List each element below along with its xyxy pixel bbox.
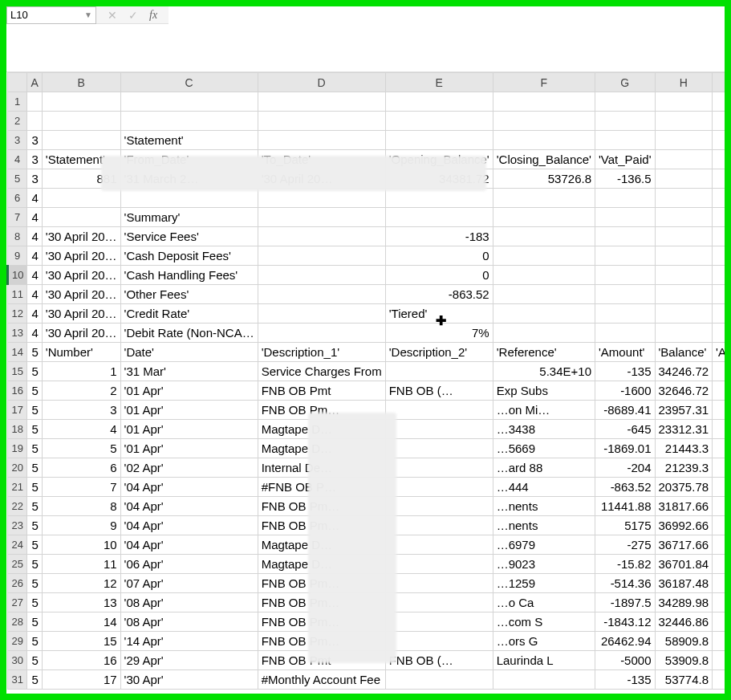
cell[interactable]: [493, 208, 595, 227]
cell[interactable]: -15.82: [595, 555, 656, 574]
cell[interactable]: [385, 670, 493, 690]
column-header[interactable]: H: [655, 73, 713, 92]
cell[interactable]: [713, 593, 725, 612]
cell[interactable]: 'Closing_Balance': [493, 150, 595, 169]
cell[interactable]: 1: [42, 362, 120, 381]
cell[interactable]: -514.36: [595, 574, 656, 593]
cell[interactable]: [595, 208, 656, 227]
cell[interactable]: 17: [42, 670, 120, 690]
cell[interactable]: …on Mi…: [493, 401, 595, 420]
cell[interactable]: '08 Apr': [120, 593, 258, 612]
cell[interactable]: [713, 112, 725, 131]
row-header[interactable]: 30: [8, 651, 27, 670]
cell[interactable]: 32646.72: [655, 381, 713, 401]
cell[interactable]: 'Number': [42, 343, 120, 362]
row-header[interactable]: 28: [8, 612, 27, 632]
cell[interactable]: [713, 285, 725, 304]
row-header[interactable]: 21: [8, 478, 27, 497]
cell[interactable]: FNB OB (…: [385, 651, 493, 670]
cell[interactable]: [385, 401, 493, 420]
cell[interactable]: [595, 131, 656, 150]
cell[interactable]: #Monthly Account Fee: [258, 670, 385, 690]
row-header[interactable]: 17: [8, 401, 27, 420]
cell[interactable]: [655, 131, 713, 150]
cell[interactable]: 23312.31: [655, 420, 713, 439]
cell[interactable]: 4: [27, 189, 42, 208]
cell[interactable]: 4: [27, 304, 42, 324]
cell[interactable]: Laurinda L: [493, 651, 595, 670]
cell[interactable]: 5: [27, 516, 42, 535]
cell[interactable]: [385, 632, 493, 651]
cell[interactable]: …5669: [493, 439, 595, 458]
cell[interactable]: …9023: [493, 555, 595, 574]
cell[interactable]: 15: [42, 632, 120, 651]
cell[interactable]: -135: [595, 670, 656, 690]
cell[interactable]: 'Amount': [595, 343, 656, 362]
cell[interactable]: '01 Apr': [120, 439, 258, 458]
row-header[interactable]: 12: [8, 304, 27, 324]
cell[interactable]: [655, 304, 713, 324]
cell[interactable]: -275: [595, 535, 656, 555]
cell[interactable]: -1600: [595, 381, 656, 401]
cell[interactable]: [655, 285, 713, 304]
row-header[interactable]: 27: [8, 593, 27, 612]
cell[interactable]: [655, 150, 713, 169]
cell[interactable]: [385, 574, 493, 593]
cell[interactable]: 13: [42, 593, 120, 612]
row-header[interactable]: 19: [8, 439, 27, 458]
cell[interactable]: 5: [27, 401, 42, 420]
cell[interactable]: …o Ca: [493, 593, 595, 612]
row-header[interactable]: 31: [8, 670, 27, 690]
cell[interactable]: 14: [42, 612, 120, 632]
cell[interactable]: [655, 266, 713, 285]
cell[interactable]: 4: [27, 285, 42, 304]
cell[interactable]: [258, 266, 385, 285]
cell[interactable]: 5: [27, 420, 42, 439]
cell[interactable]: 'Other Fees': [120, 285, 258, 304]
cell[interactable]: 3: [42, 401, 120, 420]
cell[interactable]: [385, 593, 493, 612]
row-header[interactable]: 4: [8, 150, 27, 169]
cell[interactable]: [713, 169, 725, 189]
row-header[interactable]: 13: [8, 324, 27, 343]
cell[interactable]: 0: [385, 266, 493, 285]
cell[interactable]: 11: [42, 555, 120, 574]
cell[interactable]: 5: [27, 439, 42, 458]
row-header[interactable]: 25: [8, 555, 27, 574]
cell[interactable]: 12: [42, 574, 120, 593]
cell[interactable]: Exp Subs: [493, 381, 595, 401]
column-header[interactable]: I: [713, 73, 725, 92]
row-header[interactable]: 20: [8, 458, 27, 478]
cell[interactable]: [258, 189, 385, 208]
cell[interactable]: [385, 612, 493, 632]
cell[interactable]: 4: [27, 266, 42, 285]
cell[interactable]: [713, 497, 725, 516]
cell[interactable]: [713, 189, 725, 208]
cell[interactable]: 'Tiered': [385, 304, 493, 324]
cell[interactable]: '02 Apr': [120, 458, 258, 478]
cell[interactable]: …3438: [493, 420, 595, 439]
cell[interactable]: [713, 246, 725, 266]
cell[interactable]: 4: [27, 227, 42, 246]
cell[interactable]: '30 April 20…: [42, 246, 120, 266]
cell[interactable]: 5: [27, 651, 42, 670]
cell[interactable]: -863.52: [385, 285, 493, 304]
cell[interactable]: 36992.66: [655, 516, 713, 535]
cell[interactable]: [385, 535, 493, 555]
cell[interactable]: [595, 92, 656, 112]
cell[interactable]: [258, 285, 385, 304]
worksheet-grid[interactable]: ABCDEFGHIJK1233'Statement'43'Statement''…: [6, 72, 725, 690]
row-header[interactable]: 5: [8, 169, 27, 189]
cell[interactable]: '31 Mar': [120, 362, 258, 381]
cell[interactable]: [595, 266, 656, 285]
cell[interactable]: [120, 92, 258, 112]
cell[interactable]: 9: [42, 516, 120, 535]
cell[interactable]: '30 April 20…: [42, 266, 120, 285]
cell[interactable]: -863.52: [595, 478, 656, 497]
cell[interactable]: 36187.48: [655, 574, 713, 593]
row-header[interactable]: 26: [8, 574, 27, 593]
cell[interactable]: 36701.84: [655, 555, 713, 574]
row-header[interactable]: 3: [8, 131, 27, 150]
cell[interactable]: [713, 574, 725, 593]
cell[interactable]: [713, 516, 725, 535]
